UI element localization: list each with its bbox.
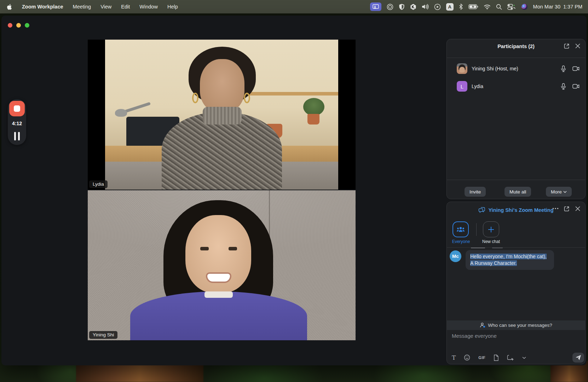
popout-icon[interactable] [564,43,570,49]
volume-icon[interactable] [422,2,429,11]
clipped-text-remnant [471,248,485,248]
menu-item-help[interactable]: Help [167,4,178,10]
yining-video-content [88,190,356,340]
avatar [457,63,467,74]
send-paper-plane-icon [575,355,581,360]
screen-share-status-icon[interactable] [370,2,381,11]
chat-message-input[interactable] [452,333,579,349]
tab-everyone-label[interactable]: Everyone [447,239,475,244]
close-icon[interactable] [575,206,581,212]
tab-everyone[interactable] [452,221,469,237]
bluetooth-icon[interactable] [459,2,463,11]
yining-eye [200,247,209,250]
more-label: More [551,189,562,195]
clipped-text-remnant [492,248,503,248]
menu-app-name[interactable]: Zoom Workplace [22,4,63,10]
plus-icon [488,226,494,233]
video-tile-yining[interactable]: Yining Shi [88,190,356,340]
stop-recording-button[interactable] [9,101,25,116]
person-visibility-icon [480,323,485,328]
menu-item-meeting[interactable]: Meeting [73,4,91,10]
format-text-icon[interactable]: T [452,354,456,361]
divider [447,180,585,180]
privacy-notice-text: Who can see your messages? [488,323,552,328]
siri-icon[interactable] [521,2,528,11]
lydia-earring [244,93,250,103]
spotlight-search-icon[interactable] [496,2,502,11]
mute-all-button[interactable]: Mute all [505,187,531,197]
lydia-earring [192,93,198,103]
shield-icon[interactable] [399,2,405,11]
recording-timer: 4:12 [12,121,22,126]
yining-smile [207,274,230,282]
chat-message-list[interactable]: Mc Hello everyone, I'm Mochi(the cat), A… [447,248,585,320]
invite-button[interactable]: Invite [465,187,486,197]
yining-collar [204,291,233,298]
participant-name: Yining Shi (Host, me) [472,66,518,71]
chat-bubbles-icon [478,207,485,213]
divider [447,58,585,58]
recording-widget: 4:12 [8,99,26,145]
new-chat-button[interactable] [483,221,499,237]
yining-sweater [130,291,307,340]
popout-icon[interactable] [564,206,570,212]
menu-item-view[interactable]: View [100,4,111,10]
chat-title: Yining Shi's Zoom Meeting [488,207,553,213]
avatar: L [457,81,467,92]
lydia-face [200,59,244,112]
apple-menu-icon[interactable] [7,2,12,11]
battery-icon[interactable] [468,2,478,11]
video-name-label: Lydia [89,180,108,188]
video-camera-icon[interactable] [572,83,580,90]
chat-message-mochi[interactable]: Hello everyone, I'm Mochi(the cat), A Ru… [466,250,554,270]
participant-row-yining[interactable]: Yining Shi (Host, me) [447,60,585,77]
participants-panel: Participants (2) Yining Shi (Host, me) [446,39,586,199]
tab-divider [476,223,477,236]
gif-icon[interactable]: GIF [478,355,485,360]
people-icon [456,226,465,233]
window-zoom-button[interactable] [25,23,29,28]
record-status-icon[interactable] [387,2,393,11]
file-attach-icon[interactable] [494,354,499,361]
mic-icon[interactable] [561,65,566,72]
input-source-icon[interactable]: A [446,3,454,11]
window-close-button[interactable] [8,23,12,28]
wifi-icon[interactable] [484,2,491,11]
chevron-down-icon [563,191,567,193]
chevron-down-icon[interactable] [522,357,526,359]
keka-icon[interactable] [410,2,416,11]
menu-item-window[interactable]: Window [139,4,158,10]
control-center-icon[interactable] [507,2,516,11]
video-name-label: Yining Shi [89,331,117,339]
emoji-icon[interactable] [464,354,470,361]
window-minimize-button[interactable] [16,23,21,28]
yining-eye [229,247,237,250]
avatar-mochi: Mc [450,250,461,262]
more-button[interactable]: More [546,187,572,197]
privacy-notice-bar[interactable]: Who can see your messages? [447,320,585,330]
close-icon[interactable] [575,43,581,49]
plant-pot [307,114,319,125]
menu-item-edit[interactable]: Edit [121,4,130,10]
chat-more-icon[interactable] [552,208,559,209]
zoom-window: Lydia Yining Shi 4:12 [1,16,587,365]
chat-panel: Yining Shi's Zoom Meeting Everyone New c… [446,202,586,364]
desk-lamp-shade [115,109,127,117]
participant-name: Lydia [472,83,483,89]
video-tile-lydia[interactable]: Lydia [88,40,356,190]
menu-clock[interactable]: Mon Mar 30 1:37 PM [533,4,582,10]
selected-text: Hello everyone, I'm Mochi(the cat), A Ru… [470,254,547,266]
new-chat-label[interactable]: New chat [477,239,505,244]
play-status-icon[interactable] [434,2,441,11]
participant-row-lydia[interactable]: L Lydia [447,77,585,95]
screenshot-icon[interactable] [507,355,514,361]
lydia-video-content [105,40,338,190]
lydia-turtleneck [203,107,242,125]
pause-recording-button[interactable] [14,132,20,140]
send-button[interactable] [572,353,584,363]
video-camera-icon[interactable] [572,65,580,72]
menu-bar: Zoom Workplace Meeting View Edit Window … [0,0,588,13]
desktop: Zoom Workplace Meeting View Edit Window … [0,0,588,382]
mic-icon[interactable] [561,83,566,90]
plant [303,98,324,116]
